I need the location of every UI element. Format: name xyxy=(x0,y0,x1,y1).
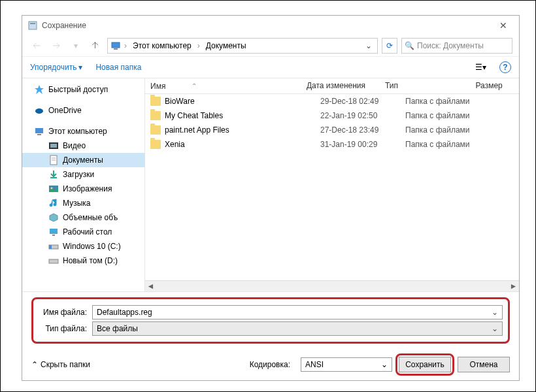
forward-button[interactable]: 🡢 xyxy=(48,38,64,54)
filetype-label: Тип файла: xyxy=(39,324,92,333)
search-placeholder: Поиск: Документы xyxy=(417,41,484,50)
scroll-left-icon[interactable]: ◄ xyxy=(145,281,156,291)
breadcrumb-root[interactable]: Этот компьютер xyxy=(130,40,194,52)
file-row[interactable]: BioWare 29-Dec-18 02:49 Папка с файлами xyxy=(145,94,519,108)
svg-rect-2 xyxy=(112,42,120,48)
search-input[interactable]: 🔍 Поиск: Документы xyxy=(401,38,512,54)
organize-button[interactable]: Упорядочить ▾ xyxy=(30,63,82,72)
chevron-right-icon: › xyxy=(122,41,129,50)
sidebar-item-music[interactable]: Музыка xyxy=(22,196,144,210)
cancel-button[interactable]: Отмена xyxy=(458,357,510,372)
sidebar-item-3d-objects[interactable]: Объемные объ xyxy=(22,210,144,225)
breadcrumb-dropdown[interactable]: ⌄ xyxy=(363,41,375,50)
svg-rect-7 xyxy=(37,134,41,135)
action-row: ⌃ Скрыть папки Кодировка: ANSI ⌄ Сохрани… xyxy=(22,349,519,380)
column-size[interactable]: Размер xyxy=(470,78,519,93)
chevron-right-icon: › xyxy=(195,41,202,50)
sidebar: Быстрый доступ OneDrive Этот компьютер В… xyxy=(22,78,145,291)
breadcrumb-current[interactable]: Документы xyxy=(203,40,249,52)
drive-icon xyxy=(48,241,59,252)
back-button[interactable]: 🡠 xyxy=(29,38,44,54)
star-icon xyxy=(34,84,44,95)
picture-icon xyxy=(48,184,59,194)
svg-rect-13 xyxy=(50,177,57,178)
close-button[interactable]: ✕ xyxy=(493,20,514,31)
chevron-up-icon: ⌃ xyxy=(31,360,38,369)
folder-icon xyxy=(150,97,161,106)
new-folder-button[interactable]: Новая папка xyxy=(95,63,141,72)
column-name[interactable]: Имя ⌃ xyxy=(145,78,301,93)
sidebar-item-documents[interactable]: Документы xyxy=(22,153,144,167)
column-type[interactable]: Тип xyxy=(380,78,470,93)
help-button[interactable]: ? xyxy=(499,61,511,73)
music-icon xyxy=(48,198,59,208)
svg-marker-4 xyxy=(35,85,44,94)
drive-icon xyxy=(48,255,59,266)
folder-icon xyxy=(150,140,161,149)
view-mode-button[interactable]: ☰▾ xyxy=(475,63,486,72)
app-icon xyxy=(27,20,38,31)
save-dialog: Сохранение ✕ 🡠 🡢 ▾ 🡡 › Этот компьютер › … xyxy=(22,15,520,381)
column-headers: Имя ⌃ Дата изменения Тип Размер xyxy=(145,78,519,94)
folder-icon xyxy=(150,111,161,120)
svg-point-5 xyxy=(35,108,43,114)
chevron-down-icon[interactable]: ⌄ xyxy=(492,308,498,317)
sidebar-item-videos[interactable]: Видео xyxy=(22,139,144,153)
sidebar-item-this-pc[interactable]: Этот компьютер xyxy=(22,124,144,139)
file-row[interactable]: paint.net App Files 27-Dec-18 23:49 Папк… xyxy=(145,123,519,137)
desktop-icon xyxy=(48,227,59,237)
svg-rect-19 xyxy=(49,245,52,249)
chevron-down-icon: ▾ xyxy=(78,63,82,72)
chevron-down-icon[interactable]: ⌄ xyxy=(381,360,388,369)
save-button[interactable]: Сохранить xyxy=(399,357,451,372)
breadcrumb[interactable]: › Этот компьютер › Документы ⌄ xyxy=(107,38,378,54)
download-icon xyxy=(48,169,59,180)
refresh-button[interactable]: ⟳ xyxy=(382,38,397,54)
horizontal-scrollbar[interactable]: ◄ ► xyxy=(145,280,519,291)
pc-icon xyxy=(110,41,121,51)
toolbar: Упорядочить ▾ Новая папка ☰▾ ? xyxy=(22,56,519,78)
sidebar-item-quick-access[interactable]: Быстрый доступ xyxy=(22,82,144,97)
sort-indicator-icon: ⌃ xyxy=(192,82,197,90)
main-area: Быстрый доступ OneDrive Этот компьютер В… xyxy=(22,78,519,291)
pc-icon xyxy=(34,126,44,137)
cloud-icon xyxy=(34,105,44,116)
file-row[interactable]: Xenia 31-Jan-19 00:29 Папка с файлами xyxy=(145,137,519,152)
svg-rect-17 xyxy=(52,235,55,236)
file-list[interactable]: BioWare 29-Dec-18 02:49 Папка с файлами … xyxy=(145,94,519,280)
sidebar-item-downloads[interactable]: Загрузки xyxy=(22,167,144,182)
svg-rect-16 xyxy=(50,229,58,234)
file-row[interactable]: My Cheat Tables 22-Jan-19 02:50 Папка с … xyxy=(145,108,519,123)
scroll-right-icon[interactable]: ► xyxy=(508,281,519,291)
folder-icon xyxy=(150,125,161,135)
svg-rect-0 xyxy=(29,22,37,29)
highlight-filename-group: Имя файла: Defaultapps.reg ⌄ Тип файла: … xyxy=(31,297,510,344)
svg-rect-6 xyxy=(35,128,43,133)
cube-icon xyxy=(48,212,59,223)
svg-rect-3 xyxy=(114,48,118,50)
sidebar-item-drive-d[interactable]: Новый том (D:) xyxy=(22,253,144,268)
recent-dropdown[interactable]: ▾ xyxy=(68,38,84,54)
hide-folders-toggle[interactable]: ⌃ Скрыть папки xyxy=(31,360,90,369)
video-icon xyxy=(48,140,59,151)
window-title: Сохранение xyxy=(42,21,493,30)
titlebar: Сохранение ✕ xyxy=(22,16,519,35)
sidebar-item-pictures[interactable]: Изображения xyxy=(22,182,144,196)
filename-label: Имя файла: xyxy=(39,308,92,317)
svg-point-15 xyxy=(51,188,53,189)
filename-section: Имя файла: Defaultapps.reg ⌄ Тип файла: … xyxy=(22,291,519,349)
chevron-down-icon[interactable]: ⌄ xyxy=(492,324,498,333)
filename-input[interactable]: Defaultapps.reg ⌄ xyxy=(92,305,503,319)
sidebar-item-drive-c[interactable]: Windows 10 (C:) xyxy=(22,239,144,253)
encoding-select[interactable]: ANSI ⌄ xyxy=(301,357,392,372)
svg-rect-1 xyxy=(30,23,35,24)
svg-rect-9 xyxy=(50,144,57,148)
filetype-select[interactable]: Все файлы ⌄ xyxy=(92,321,503,336)
file-content: Имя ⌃ Дата изменения Тип Размер BioWare … xyxy=(145,78,519,291)
up-button[interactable]: 🡡 xyxy=(88,38,103,54)
column-date[interactable]: Дата изменения xyxy=(301,78,380,93)
encoding-label: Кодировка: xyxy=(250,360,294,369)
sidebar-item-desktop[interactable]: Рабочий стол xyxy=(22,225,144,239)
sidebar-item-onedrive[interactable]: OneDrive xyxy=(22,103,144,118)
search-icon: 🔍 xyxy=(405,41,414,50)
